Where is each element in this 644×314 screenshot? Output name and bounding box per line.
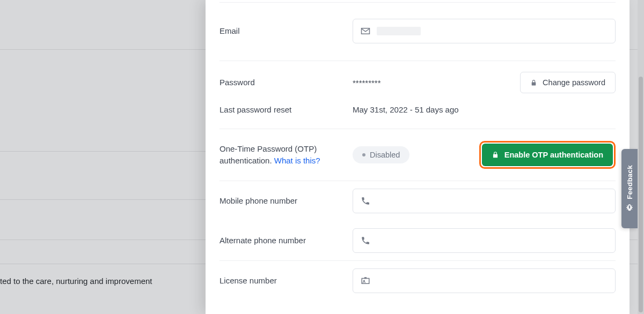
change-password-button[interactable]: Change password [520, 72, 616, 93]
envelope-icon [361, 27, 370, 35]
change-password-label: Change password [543, 78, 605, 87]
svg-rect-0 [364, 277, 367, 279]
id-card-icon [361, 276, 370, 285]
license-input[interactable] [353, 268, 616, 293]
row-password: Password ********* Change password [219, 61, 616, 99]
settings-panel: Email Password ********* Change password… [206, 0, 630, 314]
phone-icon [361, 236, 370, 245]
label-last-reset: Last password reset [219, 104, 353, 116]
enable-otp-label: Enable OTP authentication [504, 151, 603, 159]
alternate-phone-input[interactable] [353, 228, 616, 253]
lock-icon [492, 151, 499, 159]
password-masked: ********* [353, 78, 381, 87]
email-value-redacted [377, 27, 421, 35]
phone-icon [361, 197, 370, 205]
bug-icon [625, 204, 634, 212]
highlight-annotation: Enable OTP authentication [479, 141, 616, 169]
last-reset-value: May 31st, 2022 - 51 days ago [353, 105, 459, 114]
label-email: Email [219, 25, 353, 37]
bg-partial-text: ted to the care, nurturing and improveme… [0, 276, 152, 286]
scrollbar-track[interactable] [638, 0, 644, 314]
status-dot-icon [362, 153, 365, 156]
row-mobile-phone: Mobile phone number [219, 181, 616, 221]
label-mobile-phone: Mobile phone number [219, 195, 353, 207]
label-license: License number [219, 275, 353, 287]
lock-icon [530, 79, 537, 86]
row-alternate-phone: Alternate phone number [219, 221, 616, 260]
label-alternate-phone: Alternate phone number [219, 235, 353, 246]
feedback-label: Feedback [626, 165, 634, 199]
label-password: Password [219, 77, 353, 88]
email-input[interactable] [353, 19, 616, 43]
scrollbar-thumb[interactable] [639, 77, 643, 312]
mobile-phone-input[interactable] [353, 189, 616, 213]
row-last-password-reset: Last password reset May 31st, 2022 - 51 … [219, 99, 616, 129]
enable-otp-button[interactable]: Enable OTP authentication [482, 144, 613, 166]
row-license-number: License number [219, 260, 616, 293]
otp-status-text: Disabled [370, 151, 400, 159]
otp-status-badge: Disabled [353, 146, 409, 163]
row-email: Email [219, 3, 616, 61]
feedback-tab[interactable]: Feedback [621, 149, 638, 228]
svg-point-1 [363, 280, 365, 281]
row-otp: One-Time Password (OTP) authentication. … [219, 129, 616, 181]
label-otp: One-Time Password (OTP) authentication. … [219, 143, 353, 167]
otp-what-is-this-link[interactable]: What is this? [274, 156, 320, 165]
